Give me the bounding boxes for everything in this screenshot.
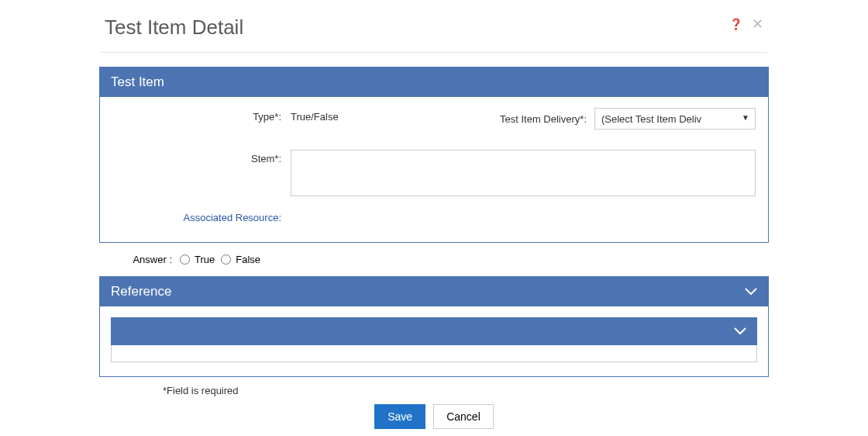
test-item-title: Test Item — [111, 74, 164, 90]
cancel-button[interactable]: Cancel — [433, 404, 494, 429]
close-icon[interactable]: ✕ — [752, 16, 763, 33]
chevron-down-icon[interactable] — [734, 327, 746, 335]
type-value: True/False — [291, 108, 339, 123]
delivery-select-wrap: (Select Test Item Deliv — [594, 108, 756, 130]
answer-label: Answer : — [99, 254, 180, 265]
type-label: Type*: — [112, 108, 291, 123]
required-note: *Field is required — [99, 385, 769, 396]
associated-resource-row: Associated Resource: — [112, 209, 756, 223]
help-icon[interactable]: ❓ — [729, 18, 742, 30]
delivery-group: Test Item Delivery*: (Select Test Item D… — [500, 108, 756, 130]
type-row: Type*: True/False Test Item Delivery*: (… — [112, 108, 756, 130]
page-header: Test Item Detail ❓ ✕ — [0, 0, 868, 52]
associated-resource-label[interactable]: Associated Resource: — [112, 209, 291, 223]
answer-true-option[interactable]: True — [180, 254, 215, 265]
stem-row: Stem*: — [112, 150, 756, 196]
action-row: Save Cancel — [0, 404, 868, 429]
divider — [101, 52, 767, 53]
reference-title: Reference — [111, 284, 171, 299]
reference-header[interactable]: Reference — [100, 277, 768, 306]
stem-input[interactable] — [291, 150, 756, 196]
test-item-body: Type*: True/False Test Item Delivery*: (… — [100, 97, 768, 242]
delivery-select[interactable]: (Select Test Item Deliv — [594, 108, 756, 130]
reference-section: Reference — [99, 276, 769, 377]
reference-body — [100, 306, 768, 376]
save-button[interactable]: Save — [374, 404, 425, 429]
test-item-header: Test Item — [100, 67, 768, 97]
page-title: Test Item Detail — [105, 16, 243, 40]
test-item-section: Test Item Type*: True/False Test Item De… — [99, 67, 769, 243]
chevron-down-icon[interactable] — [745, 288, 757, 296]
stem-label: Stem*: — [112, 150, 291, 164]
answer-false-label: False — [236, 254, 260, 265]
header-actions: ❓ ✕ — [729, 16, 763, 33]
answer-true-radio[interactable] — [180, 254, 190, 265]
reference-inner-body — [111, 345, 757, 362]
answer-true-label: True — [195, 254, 215, 265]
delivery-label: Test Item Delivery*: — [500, 113, 587, 125]
answer-false-option[interactable]: False — [221, 254, 260, 265]
reference-inner-header[interactable] — [111, 317, 757, 345]
answer-false-radio[interactable] — [221, 254, 231, 265]
answer-row: Answer : True False — [99, 254, 769, 265]
answer-radio-group: True False — [180, 254, 260, 265]
